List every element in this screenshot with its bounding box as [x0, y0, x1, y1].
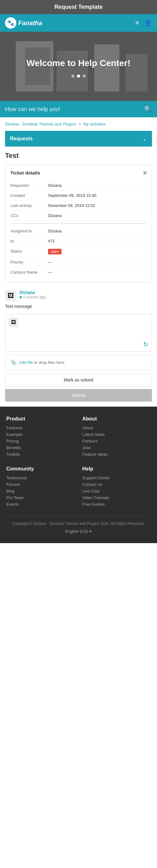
footer-link-about[interactable]: About — [82, 426, 151, 430]
footer-col-product: Product Features Example Pricing Benefit… — [6, 416, 75, 459]
table-row: Requester Diziana — [10, 181, 147, 191]
footer-link-pricing[interactable]: Pricing — [6, 439, 75, 443]
table-row: Created September 09, 2019 15:40 — [10, 191, 147, 200]
footer-link[interactable]: Forums — [6, 482, 75, 487]
avatar: 🖼 — [5, 290, 16, 301]
copyright-text: Copyright © Diziana - Zendesk Themes and… — [6, 521, 151, 526]
ticket-label: CCs — [10, 213, 48, 218]
status-badge: open — [48, 249, 62, 254]
reply-avatar: 🖼 — [8, 317, 18, 328]
footer-col-community: Community Testimonial Forums Blog Pro Te… — [6, 466, 75, 508]
footer-link[interactable]: Blog — [6, 489, 75, 493]
logo-area: 🐾 Fanatha — [5, 17, 42, 29]
ticket-value: November 09, 2019 22:02 — [48, 203, 95, 208]
comment-section: 🖼 Diziana 5 months ago — [0, 285, 157, 301]
footer-link[interactable]: Events — [6, 502, 75, 507]
footer-bottom: Copyright © Diziana - Zendesk Themes and… — [6, 516, 151, 534]
footer-link-live-chat[interactable]: Live Chat — [82, 489, 151, 493]
footer-link[interactable]: Free Guides — [82, 502, 151, 507]
page-title: Test — [0, 147, 157, 162]
comment-time: 5 months ago — [19, 295, 46, 300]
refresh-icon[interactable]: ↻ — [143, 341, 149, 348]
dropdown-nav[interactable]: Requests ⌄ — [5, 131, 152, 147]
file-upload-area[interactable]: 📎 Add file or drop files here — [5, 355, 152, 370]
hero-dots — [71, 74, 86, 78]
search-icon[interactable]: 🔍 — [144, 105, 152, 113]
footer-col-title-product: Product — [6, 416, 75, 422]
breadcrumb-separator: > — [79, 122, 81, 126]
footer-col-title-community: Community — [6, 466, 75, 472]
divider — [10, 223, 147, 224]
footer-link[interactable]: Pro Team — [6, 495, 75, 500]
menu-icon[interactable]: ≡ — [135, 19, 139, 27]
table-row: CCs Diziana — [10, 211, 147, 221]
ticket-label: Requester — [10, 183, 48, 188]
nav-icons: ≡ 👤 — [135, 19, 152, 27]
ticket-value: Diziana — [48, 229, 62, 234]
ticket-details-card: Ticket details ✕ Requester Diziana Creat… — [5, 165, 152, 282]
footer: Product Features Example Pricing Benefit… — [0, 407, 157, 543]
breadcrumb-link-1[interactable]: Diziana - Zendesk Themes and Plugins — [5, 122, 76, 126]
ticket-value: Diziana — [48, 183, 62, 188]
footer-link-latest-news[interactable]: Latest News — [82, 432, 151, 437]
footer-link[interactable]: Jobs — [82, 445, 151, 450]
hero-title: Welcome to Help Center! — [27, 58, 131, 68]
ticket-value: — — [48, 270, 52, 275]
top-bar-title: Request Template — [54, 4, 103, 10]
ticket-label: Id — [10, 239, 48, 243]
logo-text: Fanatha — [18, 20, 42, 27]
footer-link[interactable]: Benefits — [6, 445, 75, 450]
logo-icon: 🐾 — [5, 17, 16, 29]
user-icon[interactable]: 👤 — [144, 19, 152, 27]
footer-link[interactable]: Partners — [82, 439, 151, 443]
ticket-label: Status — [10, 249, 48, 254]
footer-grid: Product Features Example Pricing Benefit… — [6, 416, 151, 508]
hero-dot-3[interactable] — [83, 74, 86, 78]
table-row: Last activity November 09, 2019 22:02 — [10, 200, 147, 211]
submit-button[interactable]: Submit — [5, 389, 152, 402]
footer-link[interactable]: Feature Ideas — [82, 452, 151, 457]
ticket-label: Assigned to — [10, 229, 48, 234]
ticket-close-button[interactable]: ✕ — [143, 169, 147, 177]
hero-banner: Welcome to Help Center! — [0, 32, 157, 101]
language-selector[interactable]: English (US) ▾ — [6, 529, 151, 534]
online-dot — [19, 296, 22, 299]
table-row: Status open — [10, 246, 147, 257]
chevron-down-icon: ▾ — [89, 529, 92, 534]
footer-link[interactable]: Support Center — [82, 475, 151, 480]
ticket-card-header: Ticket details — [10, 170, 147, 176]
reply-box[interactable]: 🖼 ↻ — [5, 314, 152, 351]
ticket-value: Diziana — [48, 213, 62, 218]
paperclip-icon: 📎 — [10, 360, 17, 366]
ticket-value: — — [48, 260, 52, 265]
language-label: English (US) — [65, 529, 88, 534]
footer-link[interactable]: Video Tutorials — [82, 495, 151, 500]
comment-author: Diziana — [19, 290, 46, 295]
footer-col-title-about: About — [82, 416, 151, 422]
footer-link-contact[interactable]: Contact Us — [82, 482, 151, 487]
top-bar: Request Template — [0, 0, 157, 14]
ticket-value: September 09, 2019 15:40 — [48, 193, 96, 198]
file-upload-text: Add file or drop files here — [19, 360, 65, 365]
footer-link[interactable]: Features — [6, 426, 75, 430]
search-bar: 🔍 — [0, 101, 157, 117]
table-row: Priority — — [10, 257, 147, 267]
footer-col-about: About About Latest News Partners Jobs Fe… — [82, 416, 151, 459]
breadcrumb: Diziana - Zendesk Themes and Plugins > M… — [0, 117, 157, 131]
mark-solved-button[interactable]: Mark as solved — [5, 373, 152, 386]
ticket-label: Campus Name — [10, 270, 48, 275]
footer-link[interactable]: Testimonial — [6, 475, 75, 480]
search-input[interactable] — [5, 106, 141, 113]
breadcrumb-link-2[interactable]: My activities — [83, 122, 106, 126]
table-row: Campus Name — — [10, 267, 147, 277]
dropdown-nav-label: Requests — [10, 136, 33, 142]
header-nav: 🐾 Fanatha ≡ 👤 — [0, 14, 157, 32]
hero-dot-2[interactable] — [77, 74, 80, 78]
add-file-link[interactable]: Add file — [19, 360, 33, 365]
footer-link[interactable]: Example — [6, 432, 75, 437]
footer-link[interactable]: Toolkits — [6, 452, 75, 457]
table-row: Assigned to Diziana — [10, 226, 147, 236]
hero-dot-1[interactable] — [71, 74, 74, 78]
ticket-label: Created — [10, 193, 48, 198]
reply-section: 🖼 ↻ 📎 Add file or drop files here Mark a… — [0, 314, 157, 402]
